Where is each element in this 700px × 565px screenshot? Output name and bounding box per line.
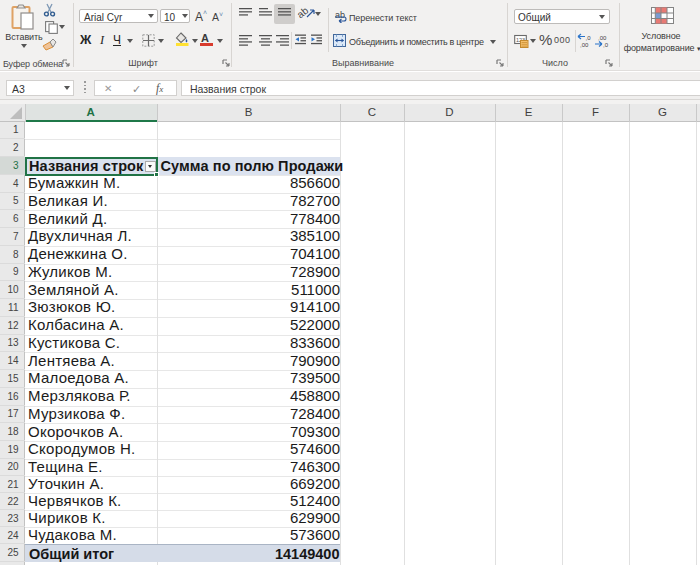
svg-text:,0: ,0: [586, 35, 592, 41]
svg-text:,0: ,0: [603, 42, 609, 48]
svg-text:,00: ,00: [580, 42, 589, 48]
svg-text:,00: ,00: [598, 35, 607, 41]
